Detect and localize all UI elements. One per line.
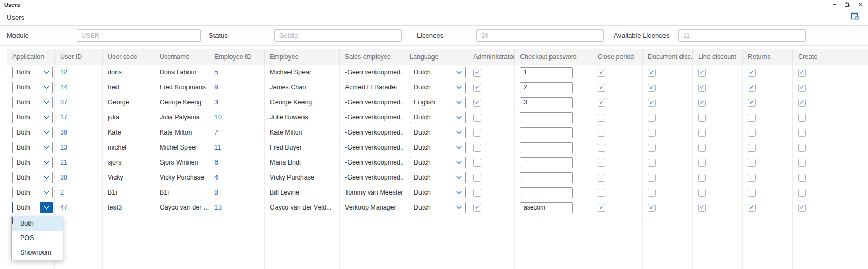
employee_id-link[interactable]: 8 [214,189,218,196]
line_discount-checkbox[interactable] [698,174,706,182]
create-checkbox[interactable]: ✓ [798,204,806,212]
column-header-returns[interactable]: Returns [743,49,793,65]
column-header-employee[interactable]: Employee [265,49,340,65]
language-select[interactable]: Dutch [410,82,466,93]
language-select[interactable]: Dutch [410,67,466,78]
column-header-create[interactable]: Create [793,49,868,65]
column-header-checkout_password[interactable]: Checkout password [515,49,592,65]
document_disc-checkbox[interactable] [648,129,656,137]
close_period-checkbox[interactable] [598,159,605,167]
administrator-checkbox[interactable] [473,144,481,152]
administrator-checkbox[interactable]: ✓ [473,69,481,77]
checkout_password-input[interactable] [520,82,573,93]
administrator-checkbox[interactable]: ✓ [473,99,481,107]
line_discount-checkbox[interactable] [698,129,706,137]
column-header-language[interactable]: Language [404,49,468,65]
column-header-user_id[interactable]: User ID [55,49,103,65]
returns-checkbox[interactable] [748,114,756,122]
close_period-checkbox[interactable] [598,174,605,182]
column-header-line_discount[interactable]: Line discount [693,49,743,65]
language-select[interactable]: Dutch [410,112,466,123]
close_period-checkbox[interactable] [598,114,605,122]
checkout_password-input[interactable] [520,67,573,78]
administrator-checkbox[interactable]: ✓ [473,84,481,92]
user_id-link[interactable]: 38 [60,174,67,181]
application-select[interactable]: Both [12,187,53,198]
line_discount-checkbox[interactable]: ✓ [698,84,706,92]
column-header-document_disc[interactable]: Document disc... [643,49,693,65]
create-checkbox[interactable] [798,144,806,152]
administrator-checkbox[interactable] [473,174,481,182]
returns-checkbox[interactable] [748,189,756,197]
column-header-user_code[interactable]: User code [103,49,154,65]
user_id-link[interactable]: 39 [60,129,67,136]
line_discount-checkbox[interactable]: ✓ [698,99,706,107]
create-checkbox[interactable] [798,129,806,137]
application-select[interactable]: Both [12,202,53,213]
checkout_password-input[interactable] [520,112,573,123]
checkout_password-input[interactable] [520,187,573,198]
employee_id-link[interactable]: 10 [214,114,222,121]
document_disc-checkbox[interactable] [648,159,656,167]
licences-input[interactable] [476,29,604,42]
language-select[interactable]: Dutch [410,127,466,138]
close_period-checkbox[interactable] [598,144,605,152]
document_disc-checkbox[interactable] [648,114,656,122]
checkout_password-input[interactable] [520,157,573,168]
user_id-link[interactable]: 21 [60,159,67,166]
language-select[interactable]: Dutch [410,157,466,168]
line_discount-checkbox[interactable] [698,144,706,152]
document_disc-checkbox[interactable]: ✓ [648,99,656,107]
available-licences-input[interactable] [678,29,806,42]
administrator-checkbox[interactable]: ✓ [473,204,481,212]
document_disc-checkbox[interactable]: ✓ [648,69,656,77]
application-select[interactable]: Both [12,142,53,153]
application-select[interactable]: Both [12,172,53,183]
line_discount-checkbox[interactable] [698,114,706,122]
checkout_password-input[interactable] [520,172,573,183]
employee_id-link[interactable]: 6 [214,159,218,166]
application-select[interactable]: Both [12,112,53,123]
language-select[interactable]: Dutch [410,172,466,183]
create-checkbox[interactable] [798,159,806,167]
checkout_password-input[interactable] [520,97,573,108]
user_id-link[interactable]: 14 [60,84,67,91]
employee_id-link[interactable]: 11 [214,144,221,151]
window-globe-icon[interactable] [851,12,860,23]
document_disc-checkbox[interactable] [648,189,656,197]
document_disc-checkbox[interactable] [648,144,656,152]
application-select[interactable]: Both [12,127,53,138]
returns-checkbox[interactable] [748,174,756,182]
document_disc-checkbox[interactable]: ✓ [648,84,656,92]
administrator-checkbox[interactable] [473,114,481,122]
employee_id-link[interactable]: 9 [214,84,218,91]
line_discount-checkbox[interactable] [698,159,706,167]
close_period-checkbox[interactable]: ✓ [598,204,605,212]
returns-checkbox[interactable] [748,159,756,167]
close_period-checkbox[interactable] [598,189,605,197]
employee_id-link[interactable]: 13 [214,204,222,211]
user_id-link[interactable]: 12 [60,69,67,76]
user_id-link[interactable]: 17 [60,114,67,121]
dropdown-option-both[interactable]: Both [12,216,63,231]
application-select[interactable]: Both [12,67,53,78]
returns-checkbox[interactable] [748,144,756,152]
dropdown-option-pos[interactable]: POS [12,231,63,245]
administrator-checkbox[interactable] [473,159,481,167]
language-select[interactable]: Dutch [410,202,466,213]
restore-icon[interactable] [845,2,850,8]
employee_id-link[interactable]: 3 [214,99,218,106]
create-checkbox[interactable]: ✓ [798,84,806,92]
line_discount-checkbox[interactable]: ✓ [698,204,706,212]
dropdown-option-showroom[interactable]: Showroom [12,245,63,260]
close_period-checkbox[interactable]: ✓ [598,84,605,92]
module-input[interactable] [77,29,201,42]
language-select[interactable]: Dutch [410,187,466,198]
create-checkbox[interactable]: ✓ [798,69,806,77]
administrator-checkbox[interactable] [473,189,481,197]
status-input[interactable] [274,29,402,42]
checkout_password-input[interactable] [520,127,573,138]
close_period-checkbox[interactable]: ✓ [598,69,605,77]
application-select[interactable]: Both [12,157,53,168]
returns-checkbox[interactable]: ✓ [748,84,756,92]
